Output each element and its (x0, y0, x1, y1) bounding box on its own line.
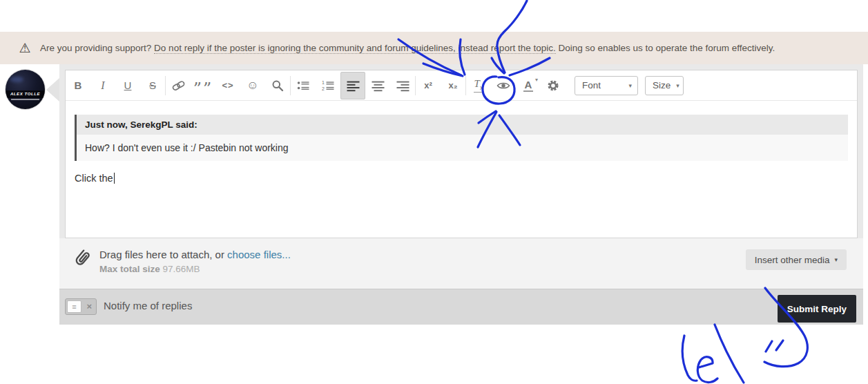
banner-text-suffix: Doing so enables us to operate the forum… (556, 43, 775, 53)
link-button[interactable] (166, 73, 191, 98)
submit-reply-button[interactable]: Submit Reply (778, 295, 856, 323)
preview-button[interactable] (491, 73, 516, 98)
drag-files-text: Drag files here to attach, or choose fil… (99, 249, 291, 260)
text-color-caret-icon: ▾ (535, 77, 538, 83)
font-caret-icon: ▾ (623, 82, 632, 89)
search-button[interactable] (265, 73, 290, 98)
max-size-text: Max total size 97.66MB (99, 264, 200, 274)
user-avatar[interactable]: ALEX TOLLE (6, 70, 45, 109)
emoji-button[interactable]: ☺ (240, 73, 265, 98)
draft-text: Click the (75, 173, 848, 184)
annotation-scribble-slash (715, 325, 744, 383)
superscript-button[interactable]: x² (416, 73, 441, 98)
quoted-post: Just now, SerekgPL said: How? I don't ev… (75, 115, 848, 161)
align-left-button[interactable] (340, 72, 365, 99)
notify-toggle[interactable]: ≡ × (65, 298, 97, 315)
size-dropdown[interactable]: Size ▾ (645, 76, 684, 95)
attachment-area[interactable]: Drag files here to attach, or choose fil… (59, 238, 863, 289)
reply-composer: B I U S ”” <> ☺ (59, 64, 863, 325)
paperclip-icon (71, 247, 92, 271)
search-icon (271, 79, 284, 92)
avatar-image-detail (10, 77, 23, 82)
numbered-list-button[interactable]: 1 2 (316, 73, 340, 98)
align-right-button[interactable] (390, 73, 415, 98)
toggle-off-icon: × (86, 300, 92, 313)
support-warning-banner: ⚠ Are you providing support? Do not repl… (0, 32, 868, 64)
preview-eye-icon (496, 79, 510, 92)
bullet-list-icon (297, 79, 309, 92)
avatar-subtitle-line (11, 99, 39, 100)
quote-text: How? I don't even use it :/ Pastebin not… (77, 135, 848, 161)
align-center-button[interactable] (365, 73, 390, 98)
forum-reply-page: { "banner": { "warning_icon": "⚠", "pref… (0, 0, 868, 384)
warning-icon: ⚠ (17, 41, 32, 55)
remove-format-button[interactable]: Tx (466, 73, 491, 98)
size-caret-icon: ▾ (671, 82, 679, 89)
banner-text-prefix: Are you providing support? (40, 43, 154, 53)
choose-files-link[interactable]: choose files... (227, 249, 291, 260)
font-dropdown[interactable]: Font ▾ (575, 76, 638, 95)
text-color-button[interactable]: A ▾ (516, 73, 541, 98)
svg-text:1: 1 (322, 80, 325, 85)
code-button[interactable]: <> (215, 73, 240, 98)
align-right-icon (396, 79, 409, 92)
align-center-icon (372, 79, 385, 92)
annotation-scribble-dash2 (776, 340, 783, 350)
text-cursor (114, 173, 115, 184)
annotation-scribble-dash1 (766, 341, 772, 352)
banner-text: Are you providing support? Do not reply … (40, 43, 775, 53)
toggle-knob: ≡ (67, 300, 81, 313)
quote-button[interactable]: ”” (191, 73, 215, 98)
rich-text-editor: B I U S ”” <> ☺ (65, 70, 858, 238)
annotation-scribble-e (697, 357, 717, 383)
avatar-name-text: ALEX TOLLE (6, 90, 45, 98)
annotation-scribble-l (682, 336, 697, 381)
editor-toolbar: B I U S ”” <> ☺ (66, 70, 857, 101)
quote-citation: Just now, SerekgPL said: (77, 115, 848, 135)
composer-footer: ≡ × Notify me of replies Submit Reply (59, 289, 863, 325)
insert-other-media-button[interactable]: Insert other media ▾ (746, 249, 847, 270)
insert-media-caret-icon: ▾ (834, 256, 838, 263)
subscript-button[interactable]: x₂ (441, 73, 465, 98)
link-icon (172, 79, 185, 92)
banner-guidelines-link[interactable]: Do not reply if the poster is ignoring t… (154, 43, 556, 54)
underline-button[interactable]: U (115, 73, 140, 98)
notify-label: Notify me of replies (104, 300, 192, 311)
bullet-list-button[interactable] (291, 73, 316, 98)
strikethrough-button[interactable]: S (140, 73, 165, 98)
italic-button[interactable]: I (90, 73, 115, 98)
numbered-list-icon: 1 2 (322, 79, 334, 92)
bold-button[interactable]: B (66, 73, 90, 98)
svg-text:2: 2 (322, 86, 325, 91)
editor-content-area[interactable]: Just now, SerekgPL said: How? I don't ev… (66, 101, 857, 184)
align-left-icon (347, 79, 360, 92)
settings-gear-icon (546, 79, 560, 93)
settings-button[interactable] (541, 73, 566, 98)
speech-bubble-tail (46, 78, 59, 102)
